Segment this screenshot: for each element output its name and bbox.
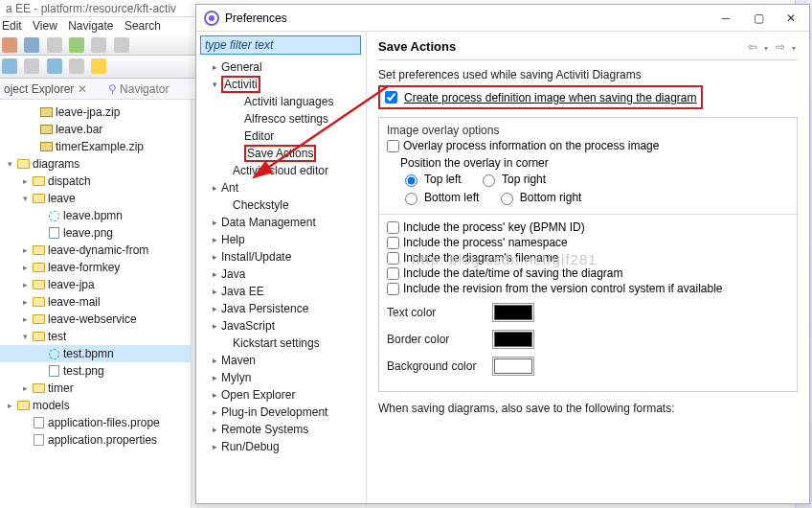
eclipse-icon	[204, 11, 219, 26]
tree-item[interactable]: application-files.prope	[0, 414, 191, 431]
tree-item[interactable]: leave-jpa.zip	[0, 104, 191, 121]
close-icon[interactable]: ✕	[78, 79, 87, 100]
pref-tree-item[interactable]: Editor	[196, 127, 366, 145]
tree-item[interactable]: application.properties	[0, 431, 191, 449]
menu-search[interactable]: Search	[124, 19, 161, 33]
pref-tree-item[interactable]: ▾Activiti	[196, 76, 366, 93]
page-heading: Save Actions	[378, 39, 746, 54]
pref-tree-item[interactable]: Activiti languages	[196, 93, 366, 110]
include-option[interactable]: Include the process' key (BPMN ID)	[387, 220, 789, 234]
tree-item[interactable]: ▸leave-webservice	[0, 311, 191, 328]
pref-tree-item[interactable]: ▸Plug-in Development	[196, 404, 366, 421]
bg-color-swatch[interactable]	[492, 357, 534, 376]
pref-tree-item[interactable]: ▸Maven	[196, 352, 366, 369]
minimize-icon[interactable]: ─	[710, 8, 742, 29]
filter-input[interactable]	[200, 35, 361, 55]
pref-tree-item[interactable]: ▸Java Persistence	[196, 300, 366, 317]
project-explorer-label: oject Explorer	[4, 79, 74, 100]
border-color-swatch[interactable]	[492, 330, 534, 349]
menu-view[interactable]: View	[33, 19, 57, 33]
radio-top-left[interactable]: Top left	[400, 172, 462, 187]
project-explorer-tree: leave-jpa.zipleave.bartimerExample.zip▾d…	[0, 100, 192, 508]
pref-tree-item[interactable]: Kickstart settings	[196, 335, 366, 352]
tree-item[interactable]: ▸timer	[0, 380, 191, 397]
overlay-info-label: Overlay process information on the proce…	[403, 139, 659, 152]
toolbar-icon[interactable]	[24, 58, 39, 74]
toolbar-icon[interactable]	[91, 58, 106, 74]
include-option[interactable]: Include the process' namespace	[387, 236, 789, 249]
tree-item[interactable]: leave.bpmn	[0, 207, 191, 224]
pref-tree-item[interactable]: ▸Java	[196, 266, 366, 283]
text-color-label: Text color	[387, 306, 492, 319]
tree-item[interactable]: test.png	[0, 362, 191, 380]
pref-tree-item[interactable]: Activiti cloud editor	[196, 162, 366, 179]
toolbar-icon[interactable]	[2, 58, 17, 74]
preferences-content: Save Actions ⇦ ▾ ⇨ ▾ Set preferences use…	[367, 32, 809, 503]
pref-tree-item[interactable]: ▸JavaScript	[196, 317, 366, 335]
pref-tree-item[interactable]: ▸Data Management	[196, 214, 366, 231]
overlay-info-checkbox[interactable]	[387, 140, 399, 152]
dialog-titlebar[interactable]: Preferences ─ ▢ ✕	[196, 5, 809, 32]
pref-tree-item[interactable]: ▸General	[196, 58, 366, 76]
pref-tree-item[interactable]: ▸Remote Systems	[196, 421, 366, 438]
toolbar-icon[interactable]	[69, 58, 84, 74]
tree-item[interactable]: ▸models	[0, 397, 191, 414]
dialog-title: Preferences	[225, 12, 287, 25]
position-label: Position the overlay in corner	[400, 156, 789, 170]
project-explorer-tab[interactable]: oject Explorer ✕	[4, 79, 87, 100]
tree-item[interactable]: ▸leave-dynamic-from	[0, 242, 191, 259]
forward-icon[interactable]: ⇨	[776, 40, 785, 54]
pref-tree-item[interactable]: ▸Java EE	[196, 283, 366, 300]
toolbar-icon[interactable]	[91, 37, 106, 53]
include-option[interactable]: Include the date/time of saving the diag…	[387, 266, 789, 280]
preferences-dialog: Preferences ─ ▢ ✕ ▸General▾ActivitiActiv…	[195, 4, 810, 504]
menu-edit[interactable]: Edit	[2, 19, 22, 33]
tree-item[interactable]: ▸leave-mail	[0, 293, 191, 311]
radio-bottom-left[interactable]: Bottom left	[400, 190, 479, 205]
tree-item[interactable]: test.bpmn	[0, 345, 191, 362]
radio-top-right[interactable]: Top right	[478, 172, 546, 187]
radio-bottom-right[interactable]: Bottom right	[496, 190, 582, 205]
pref-tree-item[interactable]: ▸Open Explorer	[196, 386, 366, 404]
pref-tree-item[interactable]: Save Actions	[196, 145, 366, 162]
preferences-tree-panel: ▸General▾ActivitiActiviti languagesAlfre…	[196, 32, 367, 503]
tree-item[interactable]: timerExample.zip	[0, 138, 191, 155]
navigator-tab[interactable]: ⚲ Navigator	[108, 82, 169, 96]
pref-tree-item[interactable]: ▸Mylyn	[196, 369, 366, 386]
pref-tree-item[interactable]: Alfresco settings	[196, 110, 366, 127]
toolbar-icon[interactable]	[47, 37, 62, 53]
overlay-group-title: Image overlay options	[387, 124, 789, 137]
tree-item[interactable]: ▸leave-formkey	[0, 259, 191, 276]
pref-tree-item[interactable]: ▸Help	[196, 231, 366, 248]
tree-item[interactable]: ▸leave-jpa	[0, 276, 191, 293]
history-nav: ⇦ ▾ ⇨ ▾	[746, 40, 798, 54]
create-image-checkbox[interactable]	[385, 91, 397, 104]
toolbar-icon[interactable]	[114, 37, 129, 53]
toolbar-icon[interactable]	[47, 58, 62, 74]
toolbar-icon[interactable]	[2, 37, 17, 53]
include-option[interactable]: Include the diagram's filename	[387, 251, 789, 265]
border-color-label: Border color	[387, 333, 492, 346]
create-image-check-highlight: Create process definition image when sav…	[378, 85, 703, 109]
close-icon[interactable]: ✕	[775, 8, 807, 29]
tree-item[interactable]: ▸dispatch	[0, 173, 191, 190]
tree-item[interactable]: ▾test	[0, 328, 191, 345]
pref-tree-item[interactable]: ▸Run/Debug	[196, 438, 366, 455]
toolbar-icon[interactable]	[24, 37, 39, 53]
tree-item[interactable]: leave.bar	[0, 121, 191, 138]
text-color-swatch[interactable]	[492, 303, 534, 322]
tree-item[interactable]: ▾diagrams	[0, 155, 191, 173]
pref-tree-item[interactable]: ▸Ant	[196, 179, 366, 196]
tree-item[interactable]: ▾leave	[0, 190, 191, 207]
tree-item[interactable]: leave.png	[0, 224, 191, 242]
pref-tree-item[interactable]: ▸Install/Update	[196, 248, 366, 266]
overlay-options-group: Image overlay options Overlay process in…	[378, 117, 798, 392]
include-option[interactable]: Include the revision from the version co…	[387, 282, 789, 295]
maximize-icon[interactable]: ▢	[742, 8, 775, 29]
toolbar-icon[interactable]	[69, 37, 84, 53]
bg-color-label: Background color	[387, 359, 492, 373]
menu-navigate[interactable]: Navigate	[68, 19, 113, 33]
save-formats-label: When saving diagrams, also save to the f…	[378, 402, 798, 415]
back-icon[interactable]: ⇦	[748, 40, 757, 54]
pref-tree-item[interactable]: Checkstyle	[196, 196, 366, 214]
